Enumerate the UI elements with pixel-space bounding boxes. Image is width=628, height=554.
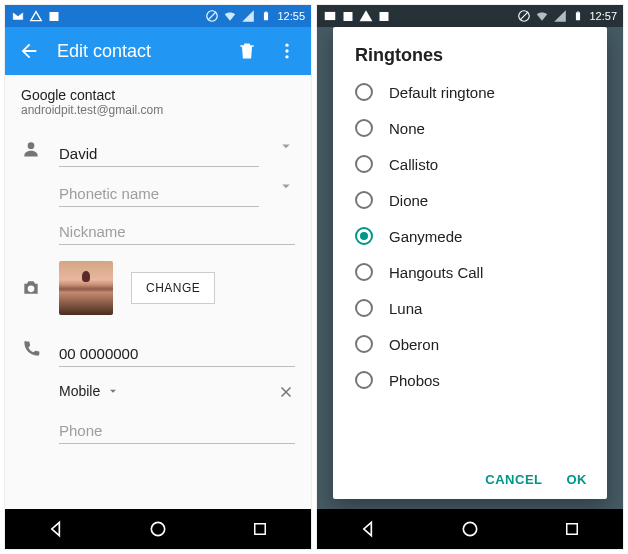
- svg-point-7: [285, 55, 288, 58]
- ringtone-label: Phobos: [389, 372, 440, 389]
- nickname-input[interactable]: [59, 217, 295, 245]
- warning-icon: [359, 9, 373, 23]
- phone-type-label: Mobile: [59, 383, 100, 399]
- svg-rect-12: [344, 12, 353, 21]
- svg-rect-16: [576, 12, 580, 20]
- phone-left: 12:55 Edit contact Google contact androi…: [4, 4, 312, 550]
- back-icon[interactable]: [17, 39, 41, 63]
- chevron-down-icon[interactable]: [277, 137, 295, 159]
- mail-icon: [11, 9, 25, 23]
- svg-rect-4: [266, 11, 268, 12]
- svg-rect-13: [380, 12, 389, 21]
- svg-rect-3: [264, 12, 268, 20]
- status-time: 12:57: [589, 10, 617, 22]
- phone-input[interactable]: [59, 339, 295, 367]
- radio-icon: [355, 371, 373, 389]
- wifi-icon: [223, 9, 237, 23]
- ringtone-label: Callisto: [389, 156, 438, 173]
- calendar-icon: [341, 9, 355, 23]
- phone2-input[interactable]: [59, 416, 295, 444]
- ringtone-option[interactable]: Ganymede: [337, 218, 603, 254]
- chevron-down-icon[interactable]: [277, 177, 295, 199]
- signal-icon: [553, 9, 567, 23]
- ringtone-option[interactable]: Hangouts Call: [337, 254, 603, 290]
- svg-rect-19: [567, 524, 578, 535]
- wifi-icon: [535, 9, 549, 23]
- battery-icon: [571, 9, 585, 23]
- dialog-title: Ringtones: [337, 45, 603, 74]
- calendar-icon: [47, 9, 61, 23]
- cancel-button[interactable]: CANCEL: [485, 472, 542, 487]
- dim-backdrop: G a Ringtones Default ringtoneNoneCallis…: [317, 27, 623, 509]
- svg-rect-0: [50, 12, 59, 21]
- nav-bar: [5, 509, 311, 549]
- radio-icon: [355, 119, 373, 137]
- phone-right: 12:57 G a Ringtones Default ringtoneNone…: [316, 4, 624, 550]
- nav-home-icon[interactable]: [147, 518, 169, 540]
- nav-bar: [317, 509, 623, 549]
- radio-icon: [355, 155, 373, 173]
- ringtone-option[interactable]: Luna: [337, 290, 603, 326]
- warning-icon: [29, 9, 43, 23]
- svg-point-18: [463, 522, 476, 535]
- svg-point-10: [151, 522, 164, 535]
- overflow-menu-icon[interactable]: [275, 39, 299, 63]
- contact-header: Google contact androidpit.test@gmail.com: [21, 87, 295, 117]
- ringtone-option[interactable]: Oberon: [337, 326, 603, 362]
- ringtone-option[interactable]: Dione: [337, 182, 603, 218]
- radio-icon: [355, 299, 373, 317]
- svg-rect-17: [578, 11, 580, 12]
- page-title: Edit contact: [57, 41, 219, 62]
- nav-back-icon[interactable]: [45, 518, 67, 540]
- person-icon: [21, 139, 41, 159]
- svg-point-5: [285, 44, 288, 47]
- phone-icon: [21, 339, 41, 359]
- svg-line-2: [208, 12, 216, 20]
- contact-type: Google contact: [21, 87, 295, 103]
- svg-point-9: [28, 286, 35, 293]
- ringtone-label: Default ringtone: [389, 84, 495, 101]
- ringtone-option[interactable]: Phobos: [337, 362, 603, 398]
- camera-icon: [21, 278, 41, 298]
- nav-home-icon[interactable]: [459, 518, 481, 540]
- ringtone-label: None: [389, 120, 425, 137]
- calendar-icon: [377, 9, 391, 23]
- ok-button[interactable]: OK: [567, 472, 588, 487]
- svg-line-15: [520, 12, 528, 20]
- ringtone-label: Hangouts Call: [389, 264, 483, 281]
- ringtone-option[interactable]: None: [337, 110, 603, 146]
- name-input[interactable]: [59, 139, 259, 167]
- ringtone-option[interactable]: Default ringtone: [337, 74, 603, 110]
- nav-recent-icon[interactable]: [561, 518, 583, 540]
- contact-email: androidpit.test@gmail.com: [21, 103, 295, 117]
- mail-icon: [323, 9, 337, 23]
- status-bar: 12:57: [317, 5, 623, 27]
- ringtone-label: Dione: [389, 192, 428, 209]
- content-area: Google contact androidpit.test@gmail.com…: [5, 75, 311, 509]
- radio-icon: [355, 263, 373, 281]
- radio-icon: [355, 335, 373, 353]
- no-entry-icon: [517, 9, 531, 23]
- delete-icon[interactable]: [235, 39, 259, 63]
- ringtone-label: Luna: [389, 300, 422, 317]
- app-bar: Edit contact: [5, 27, 311, 75]
- radio-icon: [355, 227, 373, 245]
- phonetic-name-input[interactable]: [59, 179, 259, 207]
- phone-type-dropdown[interactable]: Mobile: [59, 377, 120, 406]
- svg-point-6: [285, 49, 288, 52]
- ringtone-label: Ganymede: [389, 228, 462, 245]
- clear-phone-icon[interactable]: [277, 383, 295, 401]
- change-photo-button[interactable]: CHANGE: [131, 272, 215, 304]
- status-bar: 12:55: [5, 5, 311, 27]
- ringtone-label: Oberon: [389, 336, 439, 353]
- svg-point-8: [28, 142, 35, 149]
- nav-recent-icon[interactable]: [249, 518, 271, 540]
- ringtone-option[interactable]: Callisto: [337, 146, 603, 182]
- radio-icon: [355, 191, 373, 209]
- nav-back-icon[interactable]: [357, 518, 379, 540]
- svg-rect-11: [255, 524, 266, 535]
- status-time: 12:55: [277, 10, 305, 22]
- no-entry-icon: [205, 9, 219, 23]
- contact-photo[interactable]: [59, 261, 113, 315]
- radio-icon: [355, 83, 373, 101]
